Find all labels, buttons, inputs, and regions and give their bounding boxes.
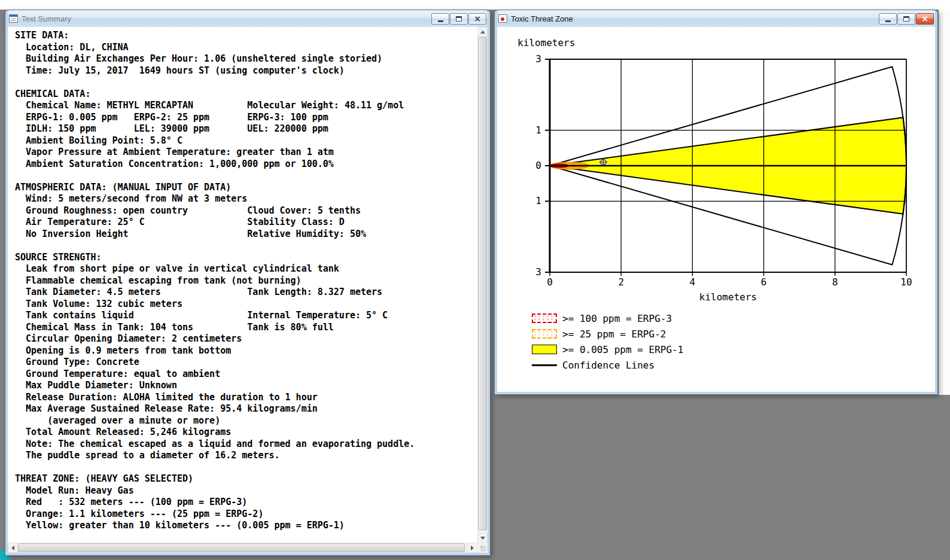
y-tick-label: 3 [535, 266, 541, 278]
scroll-right-icon [471, 546, 474, 550]
minimize-icon [438, 20, 443, 22]
x-tick-label: 0 [547, 276, 553, 288]
summary-line: Location: DL, CHINA [15, 42, 477, 54]
maximize-icon [456, 16, 462, 22]
y-tick-label: 1 [535, 124, 541, 136]
text-summary-content[interactable]: SITE DATA: Location: DL, CHINA Building … [8, 27, 477, 543]
summary-line: SOURCE STRENGTH: [15, 252, 477, 264]
threat-zone-titlebar[interactable]: Toxic Threat Zone × [497, 10, 935, 27]
legend-item: Confidence Lines [532, 360, 683, 370]
summary-line: Release Duration: ALOHA limited the dura… [15, 392, 477, 404]
threat-zone-window-icon [498, 14, 507, 23]
summary-line: Model Run: Heavy Gas [15, 485, 477, 497]
text-summary-window-icon [9, 14, 18, 23]
summary-line [15, 77, 477, 89]
summary-line: IDLH: 150 ppm LEL: 39000 ppm UEL: 220000… [15, 123, 477, 135]
text-summary-titlebar[interactable]: Text Summary × [8, 10, 488, 27]
summary-line: THREAT ZONE: (HEAVY GAS SELECTED) [15, 473, 477, 485]
text-summary-window: Text Summary × SITE DATA: Location: DL, … [5, 10, 491, 556]
minimize-icon [885, 20, 891, 22]
legend-swatch-red-dashed [532, 314, 557, 323]
summary-line: Orange: 1.1 kilometers --- (25 ppm = ERP… [15, 509, 477, 521]
summary-line: Tank Volume: 132 cubic meters [15, 299, 477, 311]
threat-zone-minimize-button[interactable] [879, 13, 897, 25]
summary-line: Tank Diameter: 4.5 meters Tank Length: 8… [15, 287, 477, 299]
scroll-down-icon [480, 537, 485, 540]
text-summary-minimize-button[interactable] [431, 13, 449, 25]
summary-line: Wind: 5 meters/second from NW at 3 meter… [15, 193, 477, 205]
x-tick-label: 2 [618, 276, 624, 288]
close-icon: × [474, 14, 481, 23]
summary-line: ERPG-1: 0.005 ppm ERPG-2: 25 ppm ERPG-3:… [15, 112, 477, 124]
legend-swatch-line [532, 364, 557, 366]
scroll-right-button[interactable] [467, 543, 477, 553]
scroll-left-button[interactable] [8, 543, 18, 553]
close-icon: × [921, 14, 928, 23]
summary-line: Ambient Saturation Concentration: 1,000,… [15, 159, 477, 171]
right-margin-strip [939, 10, 950, 395]
summary-line: Chemical Mass in Tank: 104 tons Tank is … [15, 322, 477, 334]
legend-label: >= 25 ppm = ERPG-2 [562, 328, 666, 340]
vertical-scroll-thumb[interactable] [478, 37, 487, 530]
x-tick-label: 4 [690, 276, 696, 288]
top-strip [0, 0, 950, 10]
summary-line: Ground Type: Concrete [15, 357, 477, 369]
summary-line: Opening is 0.9 meters from tank bottom [15, 345, 477, 357]
vertical-scrollbar[interactable] [477, 27, 488, 543]
legend-swatch-orange-dashed [532, 329, 557, 339]
scroll-down-button[interactable] [477, 533, 488, 543]
horizontal-scroll-thumb[interactable] [18, 543, 465, 552]
x-axis-title: kilometers [699, 291, 757, 303]
horizontal-scrollbar[interactable] [8, 543, 477, 553]
x-tick-label: 8 [832, 276, 838, 288]
scroll-up-icon [480, 31, 485, 34]
x-tick-label: 6 [761, 276, 767, 288]
summary-line: (averaged over a minute or more) [15, 415, 477, 427]
x-tick-label: 10 [900, 276, 912, 288]
threat-zone-maximize-button[interactable] [897, 13, 915, 25]
y-tick-label: 1 [535, 195, 541, 206]
summary-line: Note: The chemical escaped as a liquid a… [15, 439, 477, 451]
summary-line: Building Air Exchanges Per Hour: 1.06 (u… [15, 53, 477, 65]
legend-label: >= 100 ppm = ERPG-3 [562, 313, 672, 324]
toxic-threat-zone-window: Toxic Threat Zone × 310130246810kilomete… [494, 10, 938, 395]
summary-line: Max Average Sustained Release Rate: 95.4… [15, 403, 477, 415]
text-summary-caption-buttons: × [431, 13, 486, 25]
threat-zone-caption-buttons: × [879, 13, 934, 25]
summary-line: Yellow: greater than 10 kilometers --- (… [15, 520, 477, 532]
summary-line: Time: July 15, 2017 1649 hours ST (using… [15, 65, 477, 77]
summary-line: Circular Opening Diameter: 2 centimeters [15, 333, 477, 345]
text-summary-maximize-button[interactable] [450, 13, 468, 25]
summary-line: CHEMICAL DATA: [15, 89, 477, 101]
y-axis-title: kilometers [517, 37, 575, 48]
scroll-left-icon [11, 546, 14, 550]
summary-line: Leak from short pipe or valve in vertica… [15, 263, 477, 275]
threat-zone-window-title: Toxic Threat Zone [511, 14, 573, 23]
summary-line: Tank contains liquid Internal Temperatur… [15, 310, 477, 322]
text-summary-window-title: Text Summary [22, 14, 71, 23]
summary-line: Flammable chemical escaping from tank (n… [15, 275, 477, 287]
summary-line: Red : 532 meters --- (100 ppm = ERPG-3) [15, 497, 477, 509]
summary-line: Vapor Pressure at Ambient Temperature: g… [15, 147, 477, 159]
summary-line: Ground Temperature: equal to ambient [15, 369, 477, 381]
legend-item: >= 0.005 ppm = ERPG-1 [532, 344, 683, 355]
legend-swatch-yellow-solid [532, 345, 557, 354]
legend-item: >= 25 ppm = ERPG-2 [532, 328, 683, 339]
summary-line: Ground Roughness: open country Cloud Cov… [15, 205, 477, 217]
summary-line [15, 170, 477, 182]
legend-label: >= 0.005 ppm = ERPG-1 [562, 344, 683, 355]
summary-line: Air Temperature: 25° C Stability Class: … [15, 217, 477, 229]
summary-line: Chemical Name: METHYL MERCAPTAN Molecula… [15, 100, 477, 112]
summary-line [15, 462, 477, 474]
legend-label: Confidence Lines [562, 360, 654, 371]
summary-line: SITE DATA: [15, 30, 477, 42]
summary-line: Max Puddle Diameter: Unknown [15, 380, 477, 392]
summary-line [15, 240, 477, 252]
scroll-up-button[interactable] [477, 27, 488, 36]
summary-line: No Inversion Height Relative Humidity: 5… [15, 229, 477, 241]
chart-legend: >= 100 ppm = ERPG-3>= 25 ppm = ERPG-2>= … [532, 313, 683, 370]
threat-zone-close-button[interactable]: × [916, 13, 934, 25]
resize-grip[interactable] [477, 543, 488, 553]
text-summary-close-button[interactable]: × [468, 13, 486, 25]
y-tick-label: 3 [535, 53, 541, 65]
